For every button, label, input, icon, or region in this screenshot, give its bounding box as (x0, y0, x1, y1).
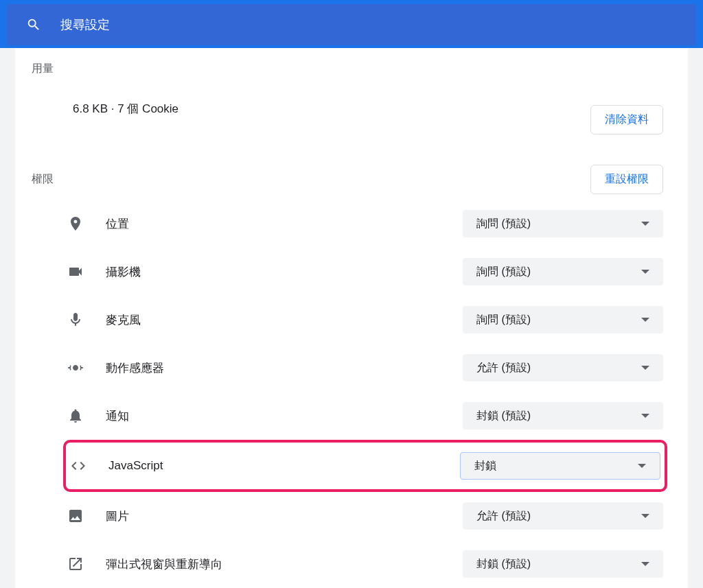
permission-label: 圖片 (106, 508, 463, 524)
usage-text: 6.8 KB · 7 個 Cookie (73, 101, 178, 117)
chevron-down-icon (641, 318, 649, 322)
camera-icon (67, 263, 84, 280)
location-icon (67, 215, 84, 232)
chevron-down-icon (641, 562, 649, 566)
chevron-down-icon (641, 514, 649, 518)
permission-value: 封鎖 (預設) (476, 409, 531, 423)
permission-label: JavaScript (108, 459, 460, 473)
permission-label: 攝影機 (106, 264, 463, 280)
permission-row-popups: 彈出式視窗與重新導向 封鎖 (預設) (67, 540, 663, 588)
chevron-down-icon (641, 414, 649, 418)
permission-row-camera: 攝影機 詢問 (預設) (67, 248, 663, 296)
permission-value: 允許 (預設) (476, 361, 531, 375)
permission-row-location: 位置 詢問 (預設) (67, 200, 663, 248)
search-input[interactable] (60, 18, 677, 32)
code-icon (70, 458, 87, 474)
highlighted-permission-javascript: JavaScript 封鎖 (63, 440, 667, 492)
chevron-down-icon (638, 464, 646, 468)
search-bar[interactable] (7, 4, 696, 45)
permission-value: 詢問 (預設) (476, 265, 531, 279)
permission-value: 封鎖 (474, 459, 496, 473)
permission-value: 詢問 (預設) (476, 313, 531, 327)
permission-label: 位置 (106, 216, 463, 232)
permission-label: 通知 (106, 408, 463, 424)
notifications-icon (67, 408, 84, 424)
permission-select-javascript[interactable]: 封鎖 (460, 452, 660, 480)
permission-value: 封鎖 (預設) (476, 557, 531, 572)
permission-label: 動作感應器 (106, 360, 463, 376)
usage-title: 用量 (32, 62, 54, 76)
permission-value: 允許 (預設) (476, 509, 531, 524)
permission-row-microphone: 麥克風 詢問 (預設) (67, 296, 663, 344)
permissions-title: 權限 (32, 172, 54, 187)
popup-icon (67, 556, 84, 572)
image-icon (67, 508, 84, 524)
permission-label: 麥克風 (106, 312, 463, 328)
microphone-icon (67, 311, 84, 328)
permission-select-location[interactable]: 詢問 (預設) (463, 210, 663, 237)
permission-row-motion-sensor: 動作感應器 允許 (預設) (67, 344, 663, 392)
motion-sensor-icon (67, 360, 84, 376)
clear-data-button[interactable]: 清除資料 (590, 105, 663, 134)
search-icon (26, 17, 41, 32)
chevron-down-icon (641, 366, 649, 370)
permission-label: 彈出式視窗與重新導向 (106, 556, 463, 572)
reset-permissions-button[interactable]: 重設權限 (590, 165, 663, 194)
permission-select-images[interactable]: 允許 (預設) (463, 502, 663, 530)
chevron-down-icon (641, 270, 649, 274)
permission-select-microphone[interactable]: 詢問 (預設) (463, 306, 663, 333)
permission-select-camera[interactable]: 詢問 (預設) (463, 258, 663, 285)
chevron-down-icon (641, 222, 649, 226)
permission-select-motion-sensor[interactable]: 允許 (預設) (463, 354, 663, 381)
permission-select-popups[interactable]: 封鎖 (預設) (463, 550, 663, 578)
permission-row-javascript: JavaScript 封鎖 (70, 452, 660, 480)
permission-value: 詢問 (預設) (476, 217, 531, 231)
permission-row-images: 圖片 允許 (預設) (67, 492, 663, 540)
permission-select-notifications[interactable]: 封鎖 (預設) (463, 402, 663, 430)
permission-row-notifications: 通知 封鎖 (預設) (67, 392, 663, 440)
